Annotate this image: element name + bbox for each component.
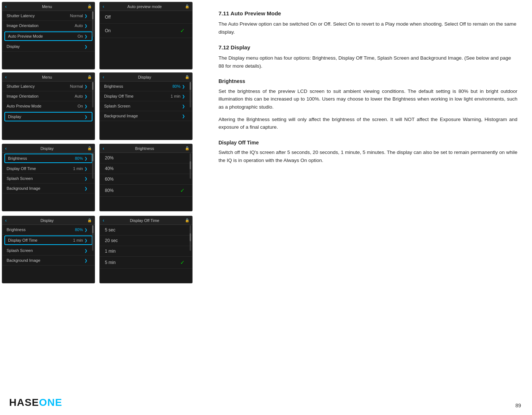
brt-row-40: 40% <box>100 163 192 174</box>
back-arrow-5: ‹ <box>5 146 7 151</box>
title-bar-2: ‹ Auto preview mode 🔒 <box>100 2 192 11</box>
mr-row-bg: Background Image ❯ <box>100 111 192 121</box>
auto-preview-on-row: On ✓ <box>100 24 192 38</box>
lock-icon-1: 🔒 <box>87 4 92 8</box>
ml-row-display-highlighted: Display ❯ <box>4 112 92 121</box>
screen-bot-left-top: ‹ Display 🔒 Brightness 80%❯ Display Off … <box>2 144 95 211</box>
menu-row-display: Display ❯ <box>2 42 95 52</box>
screen-mid-left: ‹ Menu 🔒 Shutter Latency Normal❯ Image O… <box>2 72 95 140</box>
back-arrow-7: ‹ <box>5 218 7 223</box>
blb-row-offtime-highlighted: Display Off Time 1 min❯ <box>4 235 92 245</box>
title-bar-1: ‹ Menu 🔒 <box>2 2 95 11</box>
section4-text: Switch off the IQ's screen after 5 secon… <box>218 148 517 164</box>
lock-icon-7: 🔒 <box>87 218 92 222</box>
auto-preview-off-row: Off <box>100 11 192 24</box>
ml-row-shutter: Shutter Latency Normal❯ <box>2 82 95 91</box>
brt-row-80: 80% ✓ <box>100 185 192 197</box>
title-label-2: Auto preview mode <box>128 4 162 9</box>
back-arrow-8: ‹ <box>103 218 104 223</box>
title-label-8: Display Off Time <box>130 218 159 223</box>
section4-heading: Display Off Time <box>218 139 517 147</box>
brb-row-5sec: 5 sec <box>100 225 192 235</box>
mr-row-splash: Splash Screen ❯ <box>100 101 192 111</box>
lock-icon-8: 🔒 <box>185 218 189 222</box>
blt-row-splash: Splash Screen ❯ <box>2 174 95 184</box>
menu-row-auto-preview-highlighted: Auto Preview Mode On❯ <box>4 31 92 41</box>
title-label-6: Brightness <box>135 146 154 151</box>
ml-row-orientation: Image Orientation Auto❯ <box>2 91 95 101</box>
blt-row-bg: Background Image ❯ <box>2 184 95 193</box>
lock-icon-4: 🔒 <box>185 75 189 79</box>
title-bar-6: ‹ Brightness 🔒 <box>100 144 192 153</box>
back-arrow-4: ‹ <box>103 74 104 80</box>
section1-text: The Auto Preview option can be switched … <box>218 20 517 36</box>
menu-row-shutter: Shutter Latency Normal❯ <box>2 11 95 21</box>
content-area: 7.11 Auto Preview Mode The Auto Preview … <box>208 4 528 177</box>
title-label-7: Display <box>41 218 54 223</box>
title-bar-4: ‹ Display 🔒 <box>100 73 192 82</box>
mr-row-brightness: Brightness 80%❯ <box>100 82 192 91</box>
back-arrow-1: ‹ <box>5 4 7 9</box>
brb-row-1min: 1 min <box>100 246 192 257</box>
brb-row-5min: 5 min ✓ <box>100 257 192 269</box>
blt-row-brightness-highlighted: Brightness 80%❯ <box>4 154 92 163</box>
title-label-4: Display <box>138 75 151 79</box>
title-bar-8: ‹ Display Off Time 🔒 <box>100 216 192 225</box>
section1-heading: 7.11 Auto Preview Mode <box>218 9 517 18</box>
menu-row-orientation: Image Orientation Auto❯ <box>2 21 95 31</box>
lock-icon-5: 🔒 <box>87 146 92 150</box>
back-arrow-6: ‹ <box>103 146 104 151</box>
blt-row-offtime: Display Off Time 1 min❯ <box>2 164 95 174</box>
page-number: 89 <box>515 403 521 408</box>
footer: HASEONE <box>9 397 62 408</box>
blb-row-splash: Splash Screen ❯ <box>2 246 95 256</box>
brt-row-60: 60% <box>100 174 192 185</box>
title-label-5: Display <box>41 146 54 151</box>
back-arrow-3: ‹ <box>5 74 7 80</box>
logo-one: ONE <box>39 397 62 408</box>
screen-top-left: ‹ Menu 🔒 Shutter Latency Normal❯ Image O… <box>2 2 95 69</box>
screen-bot-right-bot: ‹ Display Off Time 🔒 5 sec 20 sec 1 min … <box>99 216 193 283</box>
mr-row-offtime: Display Off Time 1 min❯ <box>100 91 192 101</box>
brt-row-20: 20% <box>100 153 192 163</box>
blb-row-bg: Background Image ❯ <box>2 256 95 265</box>
screen-mid-right: ‹ Display 🔒 Brightness 80%❯ Display Off … <box>99 72 193 140</box>
title-bar-3: ‹ Menu 🔒 <box>2 73 95 82</box>
screen-bot-right-top: ‹ Brightness 🔒 20% 40% 60% 80% ✓ <box>99 144 193 211</box>
lock-icon-2: 🔒 <box>185 4 189 8</box>
title-label-1: Menu <box>42 4 52 9</box>
section3-text2: Altering the Brightness setting will onl… <box>218 116 517 131</box>
logo-hase: HASE <box>9 397 39 408</box>
screen-bot-left-bot: ‹ Display 🔒 Brightness 80%❯ Display Off … <box>2 216 95 283</box>
title-bar-5: ‹ Display 🔒 <box>2 144 95 153</box>
ml-row-auto-preview: Auto Preview Mode On❯ <box>2 101 95 111</box>
section3-heading: Brightness <box>218 77 517 85</box>
lock-icon-3: 🔒 <box>87 75 92 79</box>
section3-text1: Set the brightness of the preview LCD sc… <box>218 87 517 111</box>
title-label-3: Menu <box>42 75 52 79</box>
screen-top-right: ‹ Auto preview mode 🔒 Off On ✓ <box>99 2 193 69</box>
section2-heading: 7.12 Display <box>218 43 517 52</box>
section2-text: The Display menu option has four options… <box>218 54 517 70</box>
title-bar-7: ‹ Display 🔒 <box>2 216 95 225</box>
brb-row-20sec: 20 sec <box>100 235 192 246</box>
lock-icon-6: 🔒 <box>185 146 189 150</box>
blb-row-brightness: Brightness 80%❯ <box>2 225 95 235</box>
back-arrow-2: ‹ <box>103 4 104 9</box>
